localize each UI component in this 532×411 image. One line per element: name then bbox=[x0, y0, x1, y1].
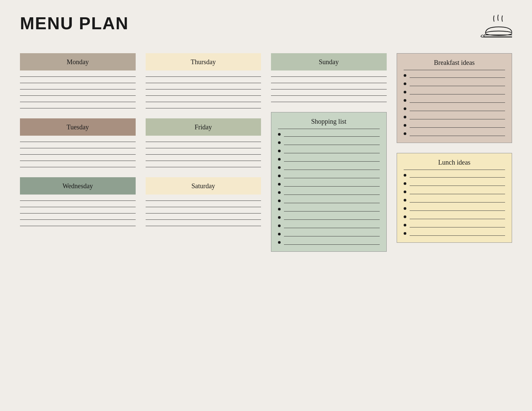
bullet-dot bbox=[404, 232, 406, 235]
bullet-dot bbox=[278, 233, 281, 235]
line bbox=[146, 167, 261, 167]
list-item bbox=[404, 224, 505, 227]
tuesday-label: Tuesday bbox=[20, 118, 136, 136]
item-line bbox=[410, 202, 505, 203]
item-line bbox=[284, 211, 380, 211]
item-line bbox=[284, 244, 380, 245]
line bbox=[20, 154, 136, 155]
breakfast-ideas-title: Breakfast ideas bbox=[404, 59, 505, 70]
line bbox=[20, 226, 136, 226]
list-item bbox=[404, 232, 505, 236]
saturday-label: Saturday bbox=[146, 177, 261, 195]
bullet-dot bbox=[404, 207, 406, 210]
item-line bbox=[410, 235, 505, 236]
line bbox=[146, 219, 261, 220]
list-item bbox=[404, 116, 505, 119]
line bbox=[146, 89, 261, 89]
list-item bbox=[404, 107, 505, 111]
bullet-dot bbox=[404, 191, 406, 193]
monday-section: Monday bbox=[20, 53, 136, 108]
svg-rect-1 bbox=[484, 35, 512, 37]
sunday-lines bbox=[271, 76, 387, 102]
list-item bbox=[404, 82, 505, 86]
line bbox=[146, 102, 261, 102]
list-item bbox=[404, 74, 505, 78]
thursday-section: Thursday bbox=[146, 53, 261, 108]
bullet-dot bbox=[278, 141, 281, 144]
list-item bbox=[404, 207, 505, 211]
main-grid: Monday Tuesday bbox=[20, 53, 512, 252]
item-line bbox=[284, 178, 380, 178]
item-line bbox=[284, 219, 380, 220]
list-item bbox=[278, 133, 380, 137]
item-line bbox=[284, 170, 380, 170]
breakfast-ideas-box: Breakfast ideas bbox=[397, 53, 512, 143]
bullet-dot bbox=[278, 224, 281, 227]
list-item bbox=[278, 150, 380, 153]
bullet-dot bbox=[278, 241, 281, 244]
column-4: Breakfast ideas Lunch ideas bbox=[397, 53, 512, 243]
bullet-dot bbox=[278, 166, 281, 169]
item-line bbox=[284, 203, 380, 203]
line bbox=[20, 167, 136, 167]
item-line bbox=[410, 194, 505, 194]
line bbox=[20, 213, 136, 213]
item-line bbox=[284, 153, 380, 153]
list-item bbox=[278, 141, 380, 145]
item-line bbox=[410, 186, 505, 186]
line bbox=[146, 161, 261, 161]
list-item bbox=[404, 182, 505, 186]
column-3: Sunday Shopping list bbox=[271, 53, 387, 252]
line bbox=[20, 161, 136, 161]
item-line bbox=[410, 102, 505, 103]
bullet-dot bbox=[404, 174, 406, 177]
dish-icon bbox=[479, 13, 512, 43]
bullet-dot bbox=[278, 133, 281, 136]
list-item bbox=[278, 158, 380, 162]
bullet-dot bbox=[278, 208, 281, 210]
line bbox=[271, 89, 387, 89]
item-line bbox=[410, 94, 505, 94]
line bbox=[20, 95, 136, 96]
wednesday-label: Wednesday bbox=[20, 177, 136, 195]
saturday-lines bbox=[146, 201, 261, 226]
shopping-list bbox=[278, 133, 380, 245]
lunch-ideas-list bbox=[404, 174, 505, 236]
list-item bbox=[278, 166, 380, 170]
friday-label: Friday bbox=[146, 118, 261, 136]
bullet-dot bbox=[404, 199, 406, 202]
list-item bbox=[278, 191, 380, 195]
monday-label: Monday bbox=[20, 53, 136, 70]
line bbox=[146, 213, 261, 213]
item-line bbox=[284, 228, 380, 228]
line bbox=[146, 226, 261, 226]
saturday-section: Saturday bbox=[146, 177, 261, 226]
item-line bbox=[410, 86, 505, 86]
tuesday-lines bbox=[20, 142, 136, 167]
bullet-dot bbox=[278, 183, 281, 186]
line bbox=[271, 95, 387, 96]
item-line bbox=[284, 136, 380, 137]
item-line bbox=[284, 161, 380, 162]
list-item bbox=[278, 183, 380, 187]
line bbox=[271, 76, 387, 77]
list-item bbox=[404, 215, 505, 219]
line bbox=[146, 83, 261, 83]
sunday-section: Sunday bbox=[271, 53, 387, 102]
friday-section: Friday bbox=[146, 118, 261, 167]
item-line bbox=[410, 136, 505, 136]
column-2: Thursday Friday bbox=[146, 53, 261, 236]
list-item bbox=[404, 132, 505, 136]
wednesday-section: Wednesday bbox=[20, 177, 136, 226]
line bbox=[20, 102, 136, 102]
line bbox=[20, 142, 136, 142]
bullet-dot bbox=[278, 216, 281, 219]
list-item bbox=[278, 208, 380, 211]
breakfast-ideas-list bbox=[404, 74, 505, 136]
line bbox=[20, 219, 136, 220]
list-item bbox=[404, 191, 505, 194]
item-line bbox=[410, 111, 505, 111]
shopping-list-title: Shopping list bbox=[278, 118, 380, 129]
bullet-dot bbox=[278, 158, 281, 161]
bullet-dot bbox=[278, 175, 281, 177]
